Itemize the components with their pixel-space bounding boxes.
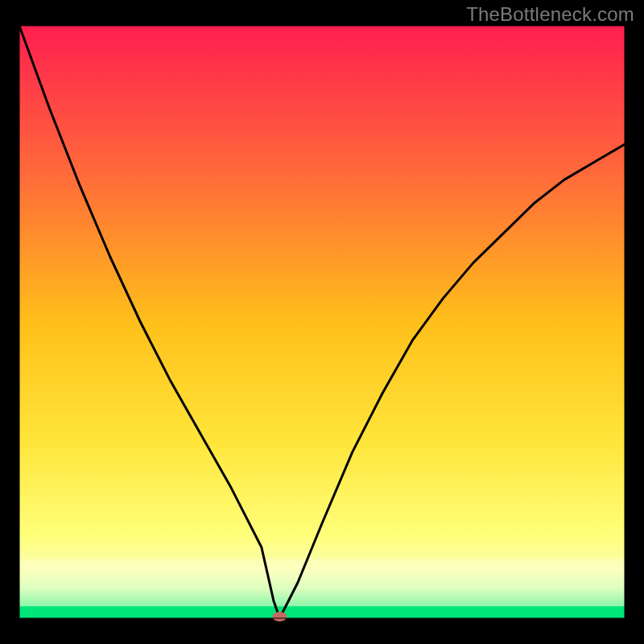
chart-frame: TheBottleneck.com	[0, 0, 644, 644]
plot-background	[19, 26, 625, 618]
pale-band	[19, 559, 625, 606]
green-band	[19, 606, 625, 618]
optimum-marker	[272, 612, 287, 621]
watermark-text: TheBottleneck.com	[466, 3, 634, 26]
bottleneck-chart	[0, 0, 644, 644]
